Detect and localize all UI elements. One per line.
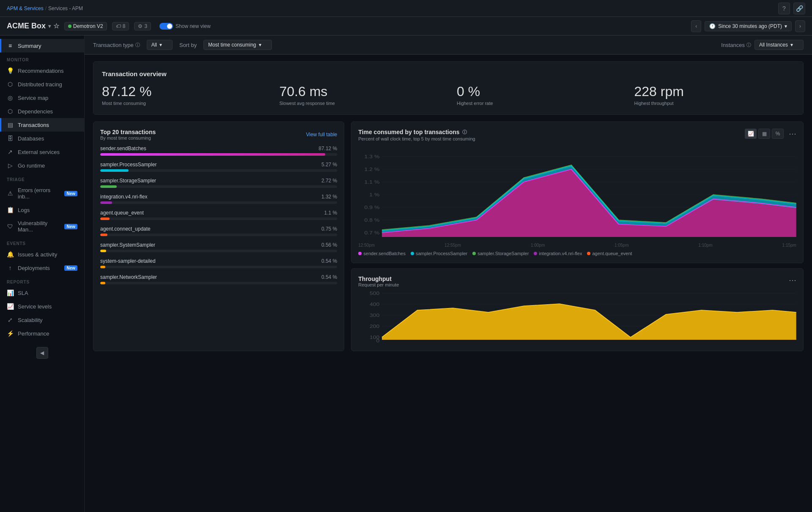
appbar-right: ‹ 🕐 Since 30 minutes ago (PDT) ▾ › bbox=[691, 20, 805, 32]
new-view-toggle[interactable] bbox=[159, 23, 173, 30]
sidebar-item-distributed-tracing[interactable]: ⬡ Distributed tracing bbox=[0, 77, 84, 91]
time-chart-panel: Time consumed by top transactions ⓘ Perc… bbox=[351, 121, 804, 263]
sidebar-item-deployments[interactable]: ↑ Deployments New bbox=[0, 261, 84, 275]
sidebar-item-external-services[interactable]: ↗ External services bbox=[0, 145, 84, 159]
sidebar-collapse-button[interactable]: ◀ bbox=[36, 347, 48, 359]
transaction-bar-container bbox=[100, 250, 337, 252]
x-label-2: 12:55pm bbox=[444, 243, 461, 248]
top20-title: Top 20 transactions bbox=[100, 129, 156, 135]
breadcrumb-apm[interactable]: APM & Services bbox=[7, 6, 44, 11]
sidebar-item-service-map[interactable]: ◎ Service map bbox=[0, 91, 84, 105]
deployments-new-badge: New bbox=[64, 265, 77, 271]
instances-label: Instances ⓘ bbox=[721, 42, 751, 48]
sidebar-item-performance[interactable]: ⚡ Performance bbox=[0, 327, 84, 340]
time-nav-right[interactable]: › bbox=[795, 20, 805, 32]
sidebar-item-sla[interactable]: 📊 SLA bbox=[0, 286, 84, 300]
scalability-icon: ⤢ bbox=[7, 317, 14, 323]
issues-icon: 🔔 bbox=[7, 251, 14, 258]
sidebar-item-issues[interactable]: 🔔 Issues & activity bbox=[0, 248, 84, 261]
instances-info-icon[interactable]: ⓘ bbox=[746, 42, 751, 48]
sidebar-item-errors[interactable]: ⚠ Errors (errors inb... New bbox=[0, 184, 84, 203]
sidebar-item-dependencies[interactable]: ⬡ Dependencies bbox=[0, 105, 84, 118]
view-full-table-link[interactable]: View full table bbox=[306, 132, 337, 138]
transactions-icon: ▤ bbox=[7, 121, 14, 128]
link-button[interactable]: 🔗 bbox=[793, 3, 805, 14]
transaction-row[interactable]: sampler.ProcessSampler 5.27 % bbox=[100, 162, 337, 172]
more-options-btn[interactable]: ⋯ bbox=[789, 129, 796, 138]
time-chart-title: Time consumed by top transactions ⓘ bbox=[358, 129, 475, 135]
sidebar-label-go-runtime: Go runtime bbox=[18, 162, 45, 169]
transaction-bar bbox=[100, 153, 325, 156]
sidebar-label-summary: Summary bbox=[18, 43, 41, 49]
line-chart-btn[interactable]: 📈 bbox=[745, 129, 757, 139]
help-button[interactable]: ? bbox=[778, 3, 790, 14]
transaction-bar bbox=[100, 185, 117, 188]
sidebar-item-summary[interactable]: ≡ Summary bbox=[0, 39, 84, 52]
title-chevron[interactable]: ▾ bbox=[48, 23, 51, 29]
time-chart-svg: .grid-line { stroke: #21262d; stroke-wid… bbox=[358, 148, 796, 241]
throughput-subtitle: Request per minute bbox=[358, 282, 399, 287]
time-chart-subtitle: Percent of wall clock time, top 5 by mos… bbox=[358, 136, 475, 141]
vulnerability-icon: 🛡 bbox=[7, 223, 14, 230]
transaction-row[interactable]: sampler.StorageSampler 2.72 % bbox=[100, 178, 337, 188]
sidebar-label-databases: Databases bbox=[18, 135, 44, 142]
time-nav-left[interactable]: ‹ bbox=[691, 20, 701, 32]
transaction-row[interactable]: system-sampler-detailed 0.54 % bbox=[100, 258, 337, 268]
sla-icon: 📊 bbox=[7, 289, 14, 296]
transaction-name: sampler.ProcessSampler bbox=[100, 162, 156, 168]
app-title: ACME Box bbox=[7, 22, 46, 30]
transaction-bar-container bbox=[100, 234, 337, 236]
transaction-row[interactable]: sampler.SystemSampler 0.56 % bbox=[100, 242, 337, 252]
chart-legend: sender.sendBatches sampler.ProcessSample… bbox=[358, 251, 796, 256]
transaction-row[interactable]: sampler.NetworkSampler 0.54 % bbox=[100, 274, 337, 284]
top20-header: Top 20 transactions By most time consumi… bbox=[100, 129, 337, 140]
throughput-more-btn[interactable]: ⋯ bbox=[789, 275, 796, 285]
sidebar-item-logs[interactable]: 📋 Logs bbox=[0, 203, 84, 217]
transaction-row[interactable]: integration.v4.nri-flex 1.32 % bbox=[100, 194, 337, 204]
sidebar-item-recommendations[interactable]: 💡 Recommendations bbox=[0, 64, 84, 77]
transaction-row[interactable]: sender.sendBatches 87.12 % bbox=[100, 146, 337, 156]
top20-panel: Top 20 transactions By most time consumi… bbox=[93, 121, 344, 351]
performance-icon: ⚡ bbox=[7, 330, 14, 337]
tags-badge[interactable]: 🏷 8 bbox=[112, 22, 129, 30]
transaction-row[interactable]: agent.connect_update 0.75 % bbox=[100, 226, 337, 236]
sidebar-item-vulnerability[interactable]: 🛡 Vulnerability Man... New bbox=[0, 217, 84, 236]
time-picker[interactable]: 🕐 Since 30 minutes ago (PDT) ▾ bbox=[705, 21, 792, 31]
x-label-5: 1:10pm bbox=[698, 243, 712, 248]
breadcrumb-bar: APM & Services / Services - APM ? 🔗 bbox=[0, 0, 812, 17]
bar-chart-btn[interactable]: ▦ bbox=[758, 129, 770, 139]
sidebar-item-scalability[interactable]: ⤢ Scalability bbox=[0, 313, 84, 327]
sortby-select[interactable]: Most time consuming ▾ bbox=[203, 40, 272, 50]
type-select[interactable]: All ▾ bbox=[147, 40, 173, 50]
metric-label-3: Highest error rate bbox=[457, 101, 617, 106]
percent-btn[interactable]: % bbox=[772, 129, 784, 139]
sidebar-item-service-levels[interactable]: 📈 Service levels bbox=[0, 300, 84, 313]
favorite-icon[interactable]: ☆ bbox=[53, 22, 59, 30]
instances-badge[interactable]: ⚙ 3 bbox=[134, 22, 151, 30]
env-badge[interactable]: Demotron V2 bbox=[64, 22, 107, 30]
timechart-info-icon[interactable]: ⓘ bbox=[462, 129, 467, 135]
sidebar-label-deployments: Deployments bbox=[18, 265, 50, 271]
sidebar-item-go-runtime[interactable]: ▷ Go runtime bbox=[0, 159, 84, 172]
logs-icon: 📋 bbox=[7, 206, 14, 213]
sidebar-label-service-map: Service map bbox=[18, 95, 48, 101]
metric-response-time: 70.6 ms Slowest avg response time bbox=[280, 84, 440, 106]
sidebar-item-databases[interactable]: 🗄 Databases bbox=[0, 132, 84, 145]
instances-select[interactable]: All Instances ▾ bbox=[754, 40, 804, 50]
breadcrumb-sep1: / bbox=[45, 6, 47, 11]
sidebar-label-recommendations: Recommendations bbox=[18, 68, 63, 74]
databases-icon: 🗄 bbox=[7, 135, 14, 142]
time-chevron: ▾ bbox=[785, 23, 787, 29]
legend-label: sampler.ProcessSampler bbox=[416, 251, 467, 256]
transaction-bar-container bbox=[100, 266, 337, 268]
x-label-1: 12:50pm bbox=[358, 243, 375, 248]
metric-throughput: 228 rpm Highest throughput bbox=[634, 84, 795, 106]
service-levels-icon: 📈 bbox=[7, 303, 14, 310]
sidebar-item-transactions[interactable]: ▤ Transactions bbox=[0, 118, 84, 132]
type-info-icon[interactable]: ⓘ bbox=[135, 42, 140, 48]
env-label: Demotron V2 bbox=[73, 23, 103, 29]
legend-item: sender.sendBatches bbox=[358, 251, 406, 256]
toggle-label: Show new view bbox=[176, 23, 211, 29]
throughput-title: Throughput bbox=[358, 275, 399, 282]
transaction-row[interactable]: agent.queue_event 1.1 % bbox=[100, 210, 337, 220]
